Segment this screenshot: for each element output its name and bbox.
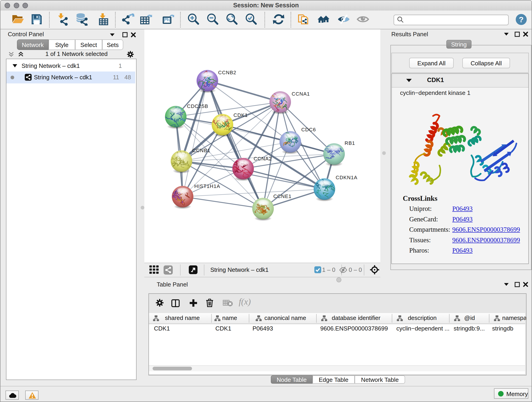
svg-text:CCNB2: CCNB2 xyxy=(218,70,236,75)
svg-text:RB1: RB1 xyxy=(345,140,355,146)
svg-text:CCNA1: CCNA1 xyxy=(292,91,310,97)
svg-text:CCNA2: CCNA2 xyxy=(254,156,272,162)
svg-text:HIST1H1A: HIST1H1A xyxy=(194,183,220,189)
svg-text:CCNE1: CCNE1 xyxy=(273,193,292,199)
svg-text:CDC6: CDC6 xyxy=(301,127,316,133)
svg-text:?: ? xyxy=(519,15,524,24)
svg-text:CDKN1A: CDKN1A xyxy=(336,175,357,180)
svg-text:CCNB1: CCNB1 xyxy=(192,148,210,153)
svg-text:CDK1: CDK1 xyxy=(234,112,248,118)
svg-text:CDC25B: CDC25B xyxy=(187,103,208,109)
